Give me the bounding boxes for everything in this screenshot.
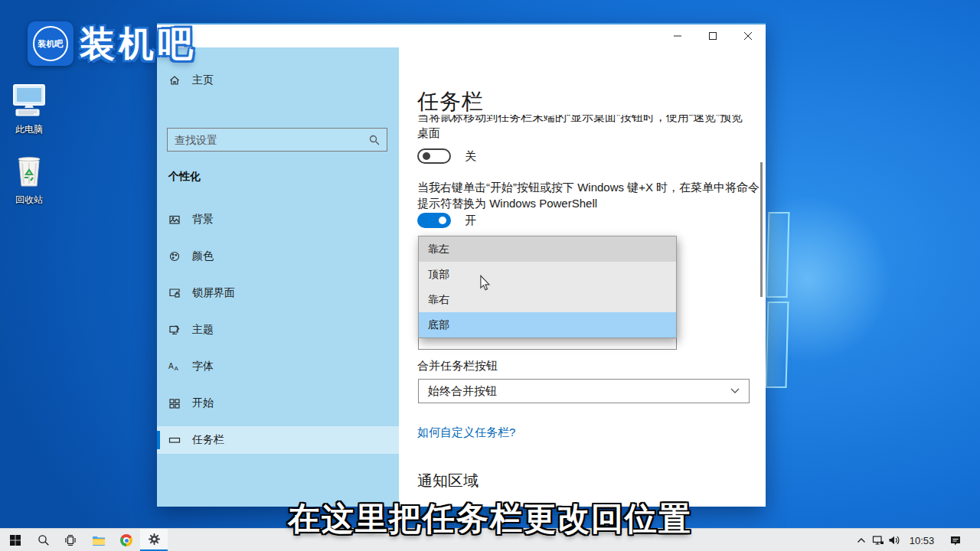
taskbar-icon (168, 434, 181, 446)
sidebar-item-themes[interactable]: 主题 (157, 316, 399, 344)
window-scrollbar[interactable] (760, 162, 763, 297)
sidebar-item-label: 字体 (192, 360, 214, 373)
video-subtitle: 在这里把任务栏更改回位置 (0, 497, 980, 540)
settings-search-box[interactable] (167, 128, 387, 152)
sidebar-item-lock-screen[interactable]: 锁屏界面 (157, 279, 399, 307)
desktop-icon-recycle-bin[interactable]: 回收站 (5, 153, 53, 207)
maximize-button[interactable] (695, 24, 730, 47)
combine-buttons-label: 合并任务栏按钮 (417, 359, 498, 373)
brand-overlay: 装机吧 装机吧 (28, 21, 197, 66)
sidebar-item-colors[interactable]: 颜色 (157, 243, 399, 270)
mouse-cursor (479, 275, 492, 295)
brand-badge-text: 装机吧 (33, 26, 68, 61)
powershell-toggle[interactable] (417, 213, 451, 228)
sidebar-item-label: 任务栏 (192, 433, 224, 447)
combine-buttons-select[interactable]: 始终合并按钮 (418, 379, 750, 403)
powershell-toggle-state: 开 (465, 214, 476, 228)
recycle-bin-icon (13, 178, 45, 191)
svg-text:A: A (175, 365, 179, 372)
settings-content: 任务栏 当将鼠标移动到任务栏末端的“显示桌面”按钮时，使用“速览”预览 桌面 关… (399, 47, 766, 507)
page-title: 任务栏 (417, 87, 484, 116)
powershell-toggle-row: 开 (417, 213, 476, 228)
notification-area-heading: 通知区域 (417, 471, 479, 491)
sidebar-item-label: 开始 (192, 396, 214, 410)
desktop-icon-this-pc[interactable]: 此电脑 (5, 84, 53, 136)
chevron-down-icon (730, 388, 740, 394)
peek-toggle-state: 关 (465, 149, 476, 164)
dropdown-option-bottom[interactable]: 底部 (419, 312, 676, 337)
desktop-icon-label: 回收站 (5, 194, 53, 207)
fonts-icon: AA (168, 360, 181, 373)
maximize-icon (709, 32, 717, 40)
palette-icon (168, 250, 181, 262)
dropdown-option-right[interactable]: 靠右 (419, 287, 676, 312)
brand-badge: 装机吧 (28, 21, 74, 66)
svg-text:A: A (168, 362, 174, 370)
search-icon (369, 135, 380, 145)
customize-taskbar-link[interactable]: 如何自定义任务栏? (417, 425, 515, 440)
peek-toggle[interactable] (417, 148, 451, 164)
powershell-description: 当我右键单击“开始”按钮或按下 Windows 键+X 时，在菜单中将命令提示符… (417, 179, 760, 211)
settings-window: 主页 个性化 背景 颜色 锁屏界面 主题 (157, 23, 766, 507)
themes-icon (168, 324, 181, 336)
sidebar-item-background[interactable]: 背景 (157, 206, 399, 233)
search-input[interactable] (175, 134, 369, 146)
sidebar-section-title: 个性化 (168, 170, 201, 184)
brand-logo-text: 装机吧 (80, 21, 197, 66)
sidebar-item-taskbar[interactable]: 任务栏 (157, 426, 399, 454)
sidebar-item-label: 背景 (192, 213, 214, 227)
settings-sidebar: 主页 个性化 背景 颜色 锁屏界面 主题 (157, 47, 399, 507)
desktop: 此电脑 回收站 装机吧 装机吧 (0, 0, 980, 551)
combine-buttons-value: 始终合并按钮 (428, 384, 497, 399)
sidebar-item-label: 主题 (192, 323, 214, 337)
dropdown-option-left[interactable]: 靠左 (419, 236, 676, 262)
desktop-icon-label: 此电脑 (5, 123, 53, 136)
sidebar-item-start[interactable]: 开始 (157, 390, 399, 417)
background-icon (168, 214, 181, 226)
peek-description-clipped: 当将鼠标移动到任务栏末端的“显示桌面”按钮时，使用“速览”预览 (417, 115, 751, 126)
taskbar-position-dropdown: 靠左 顶部 靠右 底部 (418, 236, 677, 338)
start-icon (168, 397, 181, 409)
sidebar-item-label: 主页 (192, 73, 214, 87)
lock-screen-icon (168, 287, 181, 299)
minimize-icon (674, 32, 681, 40)
minimize-button[interactable] (660, 24, 695, 47)
sidebar-item-label: 锁屏界面 (192, 286, 235, 300)
window-titlebar[interactable] (157, 24, 766, 47)
sidebar-item-fonts[interactable]: AA 字体 (157, 353, 399, 380)
wallpaper-windows-logo-pane (766, 302, 789, 388)
this-pc-icon (11, 107, 47, 120)
close-icon (744, 32, 752, 40)
dropdown-option-top[interactable]: 顶部 (419, 262, 676, 287)
peek-description-line2: 桌面 (417, 126, 440, 141)
close-button[interactable] (730, 24, 766, 47)
sidebar-item-home[interactable]: 主页 (157, 67, 399, 94)
sidebar-item-label: 颜色 (192, 249, 214, 263)
peek-toggle-row: 关 (417, 148, 476, 164)
wallpaper-windows-logo-pane (766, 212, 790, 298)
home-icon (168, 74, 181, 86)
